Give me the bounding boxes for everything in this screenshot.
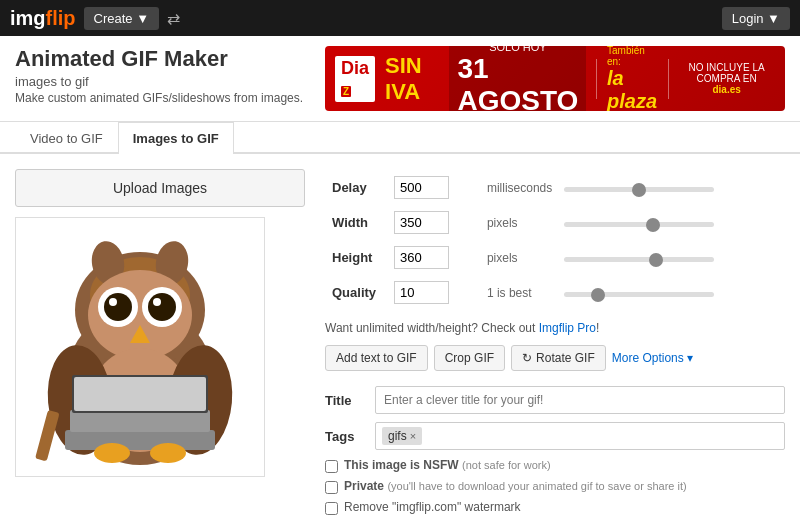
ad-right-text: NO INCLUYE LA COMPRA EN dia.es <box>678 62 775 95</box>
watermark-row: Remove "imgflip.com" watermark <box>325 500 785 515</box>
add-text-button[interactable]: Add text to GIF <box>325 345 428 371</box>
rotate-icon: ↻ <box>522 351 532 365</box>
delay-unit: milliseconds <box>482 171 557 204</box>
ad-separator2 <box>668 59 669 99</box>
ad-separator <box>596 59 597 99</box>
svg-rect-17 <box>70 410 210 432</box>
ad-no-incluye: NO INCLUYE LA COMPRA EN <box>678 62 775 84</box>
quality-unit: 1 is best <box>482 276 557 309</box>
svg-point-20 <box>94 443 130 463</box>
more-options-link[interactable]: More Options ▾ <box>612 351 693 365</box>
tags-row: Tags gifs × <box>325 422 785 450</box>
dia-text: Dia <box>341 58 369 78</box>
action-buttons: Add text to GIF Crop GIF ↻ Rotate GIF Mo… <box>325 345 785 371</box>
height-row: Height pixels <box>327 241 783 274</box>
nsfw-checkbox[interactable] <box>325 460 338 473</box>
width-input[interactable] <box>394 211 449 234</box>
quality-slider[interactable] <box>564 292 714 297</box>
title-row: Title <box>325 386 785 414</box>
svg-point-21 <box>150 443 186 463</box>
delay-input[interactable] <box>394 176 449 199</box>
tab-video-to-gif[interactable]: Video to GIF <box>15 122 118 154</box>
unlimited-text: Want unlimited width/height? Check out I… <box>325 321 785 335</box>
tags-label: Tags <box>325 429 365 444</box>
quality-label: Quality <box>327 276 387 309</box>
dia-icon: Z <box>341 86 351 97</box>
controls-table: Delay milliseconds Width pixels Height p… <box>325 169 785 311</box>
page-subtitle: images to gif <box>15 74 305 89</box>
width-slider[interactable] <box>564 222 714 227</box>
delay-row: Delay milliseconds <box>327 171 783 204</box>
height-slider[interactable] <box>564 257 714 262</box>
upload-images-button[interactable]: Upload Images <box>15 169 305 207</box>
title-input[interactable] <box>375 386 785 414</box>
width-label: Width <box>327 206 387 239</box>
svg-point-10 <box>109 298 117 306</box>
main-content: Upload Images <box>0 154 800 520</box>
svg-point-8 <box>104 293 132 321</box>
header-left: Animated GIF Maker images to gif Make cu… <box>15 46 305 105</box>
tags-container[interactable]: gifs × <box>375 422 785 450</box>
shuffle-icon: ⇄ <box>167 9 180 28</box>
svg-rect-19 <box>74 377 206 411</box>
ad-plaza: la plaza <box>607 67 658 112</box>
private-label: Private (you'll have to download your an… <box>344 479 687 493</box>
private-checkbox[interactable] <box>325 481 338 494</box>
logo-flip: flip <box>46 7 76 29</box>
height-unit: pixels <box>482 241 557 274</box>
rotate-gif-button[interactable]: ↻ Rotate GIF <box>511 345 606 371</box>
delay-slider[interactable] <box>564 187 714 192</box>
ad-tambien: También en: <box>607 46 658 67</box>
svg-point-11 <box>153 298 161 306</box>
tag-gifs: gifs × <box>382 427 422 445</box>
login-button[interactable]: Login ▼ <box>722 7 790 30</box>
ad-banner: Dia Z SIN IVA SOLO HOY 31 AGOSTO También… <box>325 46 785 111</box>
right-panel: Delay milliseconds Width pixels Height p… <box>325 169 785 520</box>
crop-gif-button[interactable]: Crop GIF <box>434 345 505 371</box>
imgflip-pro-link[interactable]: Imgflip Pro <box>539 321 596 335</box>
logo: imgflip <box>10 7 76 30</box>
watermark-label: Remove "imgflip.com" watermark <box>344 500 521 514</box>
page-title: Animated GIF Maker <box>15 46 305 72</box>
gif-preview <box>15 217 265 477</box>
ad-date: 31 AGOSTO <box>457 53 578 112</box>
width-unit: pixels <box>482 206 557 239</box>
height-label: Height <box>327 241 387 274</box>
quality-input[interactable] <box>394 281 449 304</box>
ad-dia-es: dia.es <box>678 84 775 95</box>
private-row: Private (you'll have to download your an… <box>325 479 785 494</box>
dia-logo: Dia Z <box>335 56 375 102</box>
title-label: Title <box>325 393 365 408</box>
navbar: imgflip Create ▼ ⇄ Login ▼ <box>0 0 800 36</box>
ad-content: Dia Z SIN IVA SOLO HOY 31 AGOSTO También… <box>325 46 785 111</box>
tabs: Video to GIF Images to GIF <box>0 122 800 154</box>
rotate-label: Rotate GIF <box>536 351 595 365</box>
delay-label: Delay <box>327 171 387 204</box>
navbar-left: imgflip Create ▼ ⇄ <box>10 7 180 30</box>
svg-rect-16 <box>65 430 215 450</box>
tag-value: gifs <box>388 429 407 443</box>
left-panel: Upload Images <box>15 169 305 520</box>
quality-row: Quality 1 is best <box>327 276 783 309</box>
page-header: Animated GIF Maker images to gif Make cu… <box>0 36 800 122</box>
owl-illustration <box>30 225 250 470</box>
svg-point-9 <box>148 293 176 321</box>
watermark-checkbox[interactable] <box>325 502 338 515</box>
nsfw-row: This image is NSFW (not safe for work) <box>325 458 785 473</box>
nsfw-label: This image is NSFW (not safe for work) <box>344 458 551 472</box>
ad-sin-iva: SIN IVA <box>385 53 439 105</box>
width-row: Width pixels <box>327 206 783 239</box>
create-button[interactable]: Create ▼ <box>84 7 160 30</box>
svg-rect-22 <box>35 410 60 461</box>
height-input[interactable] <box>394 246 449 269</box>
tag-remove-button[interactable]: × <box>410 430 416 442</box>
tab-images-to-gif[interactable]: Images to GIF <box>118 122 234 154</box>
page-description: Make custom animated GIFs/slideshows fro… <box>15 91 305 105</box>
